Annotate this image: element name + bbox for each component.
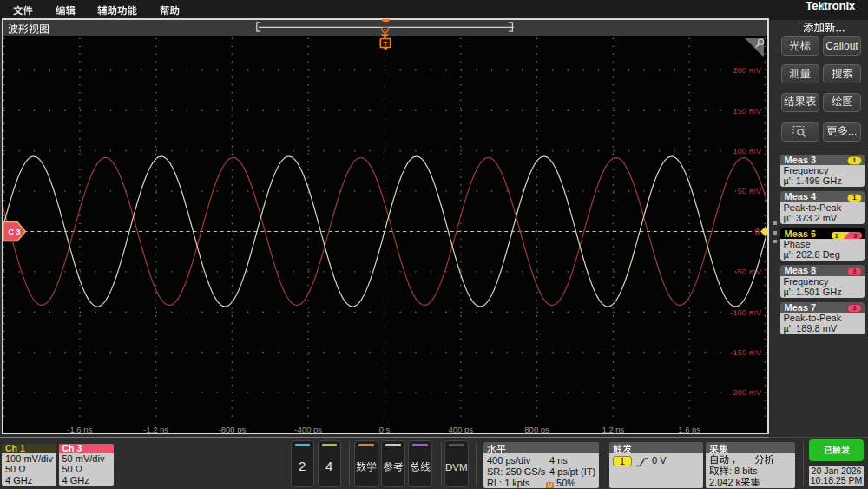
svg-text:C 3: C 3 [8,228,20,236]
svg-text:150 mV: 150 mV [733,106,761,116]
svg-text:100 mV: 100 mV [733,146,761,155]
svg-text:-100 mV: -100 mV [730,307,762,317]
svg-text:400 ps: 400 ps [449,425,474,433]
svg-text:200 mV: 200 mV [733,65,761,75]
svg-text:1.6 ns: 1.6 ns [678,425,700,433]
svg-text:0: 0 [754,228,760,237]
svg-text:800 ps: 800 ps [524,425,549,433]
svg-text:-400 ps: -400 ps [294,425,322,433]
svg-text:50 mV: 50 mV [738,186,762,195]
svg-text:-800 ps: -800 ps [219,425,247,433]
svg-text:T: T [384,40,388,48]
svg-text:-150 mV: -150 mV [730,347,762,357]
svg-text:-50 mV: -50 mV [734,267,761,276]
svg-text:-200 mV: -200 mV [730,387,762,397]
svg-text:-1.2 ns: -1.2 ns [143,425,168,433]
svg-text:-1.6 ns: -1.6 ns [67,425,92,433]
svg-text:1.2 ns: 1.2 ns [602,425,624,433]
svg-text:0 s: 0 s [379,425,391,433]
